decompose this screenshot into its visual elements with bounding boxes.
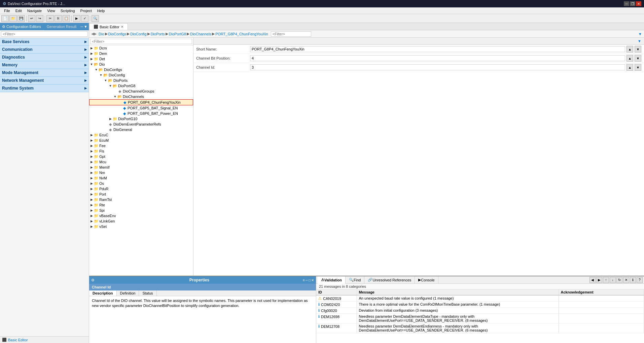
tree-item-gpt[interactable]: ▶ 📁 Gpt — [89, 154, 193, 159]
sidebar-menu[interactable]: ▼ — [84, 25, 87, 29]
dioconfigs-toggle[interactable]: ▼ — [94, 67, 99, 72]
menu-scripting[interactable]: Scripting — [58, 8, 78, 13]
spi-toggle[interactable]: ▶ — [89, 208, 94, 213]
sidebar-filter-input[interactable] — [1, 31, 88, 37]
vlinkgen-toggle[interactable]: ▶ — [89, 219, 94, 224]
validation-tab-console[interactable]: ▶ Console — [415, 276, 438, 284]
mcu-toggle[interactable]: ▶ — [89, 160, 94, 164]
channel-id-input[interactable] — [250, 64, 625, 70]
toolbar-new[interactable]: 📄 — [1, 15, 9, 22]
nm-toggle[interactable]: ▶ — [89, 170, 94, 175]
tree-item-diogeneral[interactable]: ◆ DioGeneral — [89, 127, 193, 132]
breadcrumb-dioportg8[interactable]: DioPortG8 — [169, 32, 186, 36]
tree-item-vbaseenv[interactable]: ▶ 📁 vBaseEnv — [89, 213, 193, 218]
tree-item-nvm[interactable]: ▶ 📁 NvM — [89, 175, 193, 181]
validation-tab-unresolved[interactable]: 🔗 Unresolved References — [364, 276, 415, 284]
filter-icon[interactable]: ▼ — [638, 32, 642, 36]
props-tab-description[interactable]: Description — [89, 290, 117, 296]
props-bottom-maximize[interactable]: □ — [309, 278, 311, 282]
short-name-input[interactable] — [250, 46, 625, 52]
tree-item-pdur[interactable]: ▶ 📁 PduR — [89, 186, 193, 192]
props-bottom-menu[interactable]: ≡ — [303, 278, 305, 282]
sidebar-bottom-link[interactable]: ⬛ Basic Editor — [0, 336, 89, 343]
breadcrumb-diochannels[interactable]: DioChannels — [190, 32, 211, 36]
props-tab-status[interactable]: Status — [139, 290, 156, 296]
sidebar-group-communication[interactable]: Communication ▶ — [0, 46, 89, 54]
basic-editor-tab[interactable]: ⬛ Basic Editor ✕ — [89, 23, 128, 30]
tree-item-fee[interactable]: ▶ 📁 Fee — [89, 143, 193, 148]
tree-item-ramtst[interactable]: ▶ 📁 RamTst — [89, 197, 193, 202]
tree-item-vset[interactable]: ▶ 📁 vSet — [89, 224, 193, 229]
val-btn-clear[interactable]: ✕ — [623, 277, 629, 283]
val-btn-2[interactable]: ▶ — [596, 277, 602, 283]
channel-id-down-btn[interactable]: ▼ — [635, 64, 641, 71]
tree-item-dioportg10[interactable]: ▶ 📁 DioPortG10 — [89, 116, 193, 122]
channel-bit-pos-input[interactable] — [250, 55, 625, 61]
tree-item-fls[interactable]: ▶ 📁 Fls — [89, 148, 193, 154]
tree-item-dioportg8[interactable]: ▼ 📂 DioPortG8 — [89, 83, 193, 89]
toolbar-save[interactable]: 💾 — [17, 15, 25, 22]
props-filter-icon[interactable]: ▼ — [638, 39, 641, 43]
ecum-toggle[interactable]: ▶ — [89, 138, 94, 143]
ecuc-toggle[interactable]: ▶ — [89, 133, 94, 137]
props-bottom-close[interactable]: ✕ — [311, 278, 314, 282]
props-bottom-minimize[interactable]: ─ — [306, 278, 308, 282]
validation-row[interactable]: ℹ Cfg00020 Deviation from initial config… — [316, 308, 644, 314]
val-btn-3[interactable]: ↑ — [603, 277, 609, 283]
channel-id-up-btn[interactable]: ▲ — [627, 64, 633, 71]
validation-tab-validation[interactable]: ⚠ Validation — [318, 276, 346, 284]
sidebar-group-communication-label[interactable]: Communication ▶ — [0, 46, 89, 53]
pdur-toggle[interactable]: ▶ — [89, 186, 94, 191]
rte-toggle[interactable]: ▶ — [89, 203, 94, 207]
breadcrumb-dioconfig[interactable]: DioConfig — [130, 32, 146, 36]
menu-help[interactable]: Help — [95, 8, 108, 13]
tree-item-dioconfigs[interactable]: ▼ 📂 DioConfigs — [89, 67, 193, 72]
tree-item-rte[interactable]: ▶ 📁 Rte — [89, 202, 193, 208]
tree-item-ecuc[interactable]: ▶ 📁 EcuC — [89, 132, 193, 138]
validation-row[interactable]: ℹ COM02420 There is a more optimal value… — [316, 302, 644, 308]
validation-row[interactable]: ℹ DEM12708 Needless parameter DemDataEle… — [316, 323, 644, 333]
toolbar-undo[interactable]: ↩ — [28, 15, 35, 22]
toolbar-cut[interactable]: ✂ — [46, 15, 54, 22]
validation-tab-find[interactable]: 🔍 Find — [346, 276, 364, 284]
sidebar-group-network-mgmt-label[interactable]: Network Management ▶ — [0, 77, 89, 84]
channel-bit-pos-down-btn[interactable]: ▼ — [635, 55, 641, 62]
tree-item-det[interactable]: ▶ 📁 Det — [89, 56, 193, 62]
toolbar-open[interactable]: 📁 — [9, 15, 17, 22]
tree-item-port-g8p6[interactable]: ◆ PORT_G8P6_BAT_Power_EN — [89, 111, 193, 116]
sidebar-group-memory[interactable]: Memory ▶ — [0, 61, 89, 69]
basic-editor-tab-close[interactable]: ✕ — [121, 25, 123, 29]
dioports-toggle[interactable]: ▼ — [103, 78, 108, 83]
memif-toggle[interactable]: ▶ — [89, 165, 94, 170]
tree-item-os[interactable]: ▶ 📁 Os — [89, 181, 193, 186]
validation-row[interactable]: ⚠ CAN02019 An unexpected baud rate value… — [316, 295, 644, 302]
tree-item-dcm[interactable]: ▶ 📁 Dcm — [89, 45, 193, 51]
toolbar-redo[interactable]: ↪ — [36, 15, 43, 22]
tree-item-diodem[interactable]: ◆ DioDemEventParameterRefs — [89, 122, 193, 127]
tree-item-dioconfig[interactable]: ▼ 📂 DioConfig — [89, 72, 193, 78]
menu-project[interactable]: Project — [78, 8, 95, 13]
sidebar-group-network-mgmt[interactable]: Network Management ▶ — [0, 77, 89, 84]
dem-toggle[interactable]: ▶ — [89, 51, 94, 56]
menu-file[interactable]: File — [1, 8, 13, 13]
breadcrumb-dioports[interactable]: DioPorts — [151, 32, 165, 36]
val-btn-4[interactable]: ↓ — [610, 277, 616, 283]
channel-bit-pos-up-btn[interactable]: ▲ — [627, 55, 633, 62]
sidebar-group-base-services-label[interactable]: Base Services ▶ — [0, 38, 89, 45]
dio-toggle[interactable]: ▼ — [89, 62, 94, 67]
generation-result-tab[interactable]: Generation Result — [44, 23, 79, 30]
diochannelgroups-toggle[interactable] — [113, 89, 117, 94]
val-btn-1[interactable]: ◀ — [589, 277, 596, 283]
val-btn-refresh[interactable]: ↻ — [616, 277, 622, 283]
menu-edit[interactable]: Edit — [13, 8, 25, 13]
tree-item-memif[interactable]: ▶ 📁 MemIf — [89, 165, 193, 170]
dcm-toggle[interactable]: ▶ — [89, 46, 94, 50]
toolbar-validate[interactable]: ✓ — [81, 15, 88, 22]
sidebar-minimize[interactable]: ─ — [80, 25, 83, 29]
os-toggle[interactable]: ▶ — [89, 181, 94, 186]
validation-row[interactable]: ℹ DEM12698 Needless parameter DemDataEle… — [316, 314, 644, 323]
sidebar-group-memory-label[interactable]: Memory ▶ — [0, 61, 89, 69]
vbaseenv-toggle[interactable]: ▶ — [89, 213, 94, 218]
col-header-message[interactable]: Message — [357, 289, 559, 295]
sidebar-group-diagnostics[interactable]: Diagnostics ▶ — [0, 54, 89, 61]
